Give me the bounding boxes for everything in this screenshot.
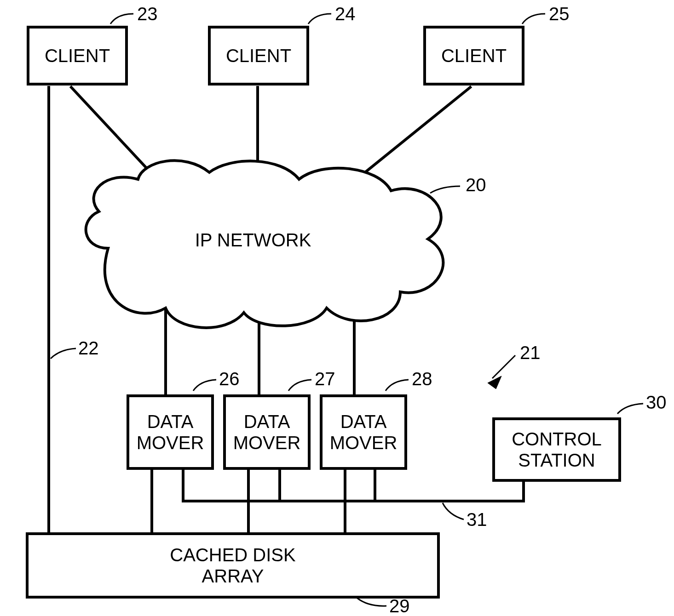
data-mover-1-label: DATA MOVER [137,411,204,453]
data-mover-3-box: DATA MOVER [320,394,407,470]
client-2-label: CLIENT [226,45,291,66]
ref-20: 20 [466,175,486,195]
ip-network-label: IP NETWORK [184,230,322,251]
ref-23: 23 [137,4,158,24]
ref-31: 31 [467,509,487,530]
ref-28: 28 [412,369,432,389]
data-mover-3-label: DATA MOVER [330,411,397,453]
cached-disk-array-label: CACHED DISK ARRAY [170,544,295,587]
client-3-box: CLIENT [423,26,524,86]
connections-svg [0,0,674,616]
client-2-box: CLIENT [208,26,309,86]
ref-22: 22 [78,338,99,359]
diagram-canvas: IP NETWORK CLIENT CLIENT CLIENT DATA MOV… [0,0,674,616]
ref-30: 30 [646,392,667,413]
svg-line-2 [350,87,470,185]
data-mover-2-box: DATA MOVER [223,394,311,470]
ref-21: 21 [520,342,541,363]
client-1-box: CLIENT [27,26,128,86]
ref-26: 26 [219,369,240,389]
ref-25: 25 [549,4,570,24]
control-station-box: CONTROL STATION [492,417,621,482]
ref-27: 27 [315,369,335,389]
cached-disk-array-box: CACHED DISK ARRAY [26,532,440,599]
ref-24: 24 [335,4,356,24]
control-station-label: CONTROL STATION [512,428,602,471]
svg-marker-15 [488,376,501,389]
ref-29: 29 [389,596,410,616]
client-3-label: CLIENT [441,45,507,66]
data-mover-2-label: DATA MOVER [233,411,301,453]
client-1-label: CLIENT [45,45,110,66]
data-mover-1-box: DATA MOVER [127,394,214,470]
